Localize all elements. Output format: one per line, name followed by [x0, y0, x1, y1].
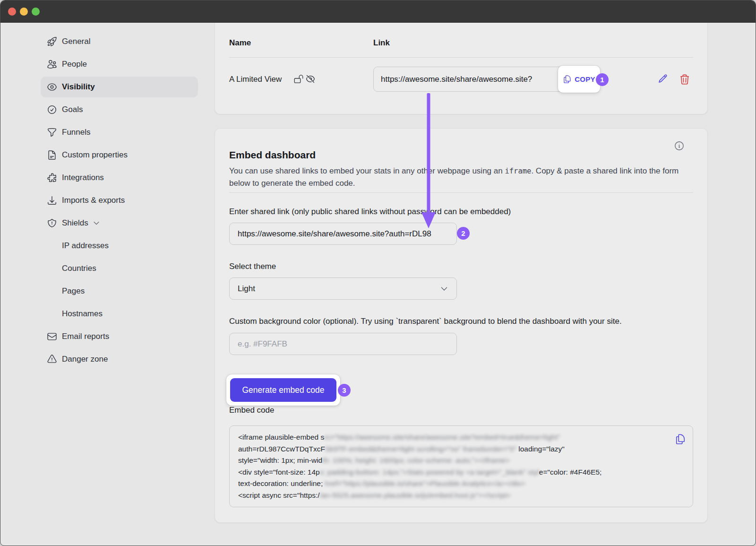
zoom-window-button[interactable]: [32, 8, 40, 16]
document-icon: [47, 150, 57, 160]
sidebar-item-email-reports[interactable]: Email reports: [41, 326, 198, 347]
step-badge-2: 2: [457, 227, 470, 240]
rocket-icon: [47, 36, 57, 47]
sidebar-item-ip-addresses[interactable]: IP addresses: [41, 235, 198, 256]
shared-link-input[interactable]: [229, 223, 457, 245]
sidebar-item-hostnames[interactable]: Hostnames: [41, 303, 198, 324]
close-window-button[interactable]: [8, 8, 16, 16]
embed-dashboard-card: Embed dashboard You can use shared links…: [215, 128, 708, 523]
sidebar-item-integrations[interactable]: Integrations: [41, 167, 198, 188]
theme-select-value: Light: [238, 284, 255, 294]
sidebar-item-funnels[interactable]: Funnels: [41, 122, 198, 143]
copy-link-button[interactable]: COPY: [560, 74, 598, 84]
column-header-name: Name: [229, 38, 251, 48]
sidebar-item-label: Countries: [62, 264, 96, 273]
background-color-input[interactable]: [229, 333, 457, 355]
eye-icon: [47, 82, 57, 92]
traffic-lights: [8, 8, 40, 16]
envelope-icon: [47, 331, 57, 342]
embed-card-divider: [229, 192, 693, 193]
embed-code-textarea[interactable]: <iframe plausible-embed src="https://awe…: [229, 425, 693, 507]
eye-slash-icon: [306, 74, 315, 84]
table-header-divider: [229, 57, 693, 58]
background-color-label: Custom background color (optional). Try …: [229, 317, 684, 326]
sidebar-item-label: Funnels: [62, 128, 90, 137]
lock-open-icon: [294, 74, 303, 84]
embed-code-line: <script async src="https://an-5525.aweso…: [238, 490, 684, 502]
embed-code-line: style="width: 1px; min-width: 100%; heig…: [238, 455, 684, 467]
edit-link-button[interactable]: [656, 74, 668, 85]
download-icon: [47, 195, 57, 206]
embed-code-line: text-decoration: underline; href="https:…: [238, 478, 684, 490]
copy-embed-code-button[interactable]: [675, 433, 686, 445]
embed-code-label: Embed code: [229, 406, 274, 415]
sidebar-item-imports-exports[interactable]: Imports & exports: [41, 190, 198, 211]
sidebar-item-label: Goals: [62, 105, 83, 114]
check-circle-icon: [47, 104, 57, 115]
sidebar-item-label: Imports & exports: [62, 196, 125, 205]
copy-icon: [675, 433, 686, 445]
chevron-down-icon: [93, 219, 100, 227]
copy-button-highlight: COPY: [558, 66, 600, 93]
shared-link-name: A Limited View: [229, 75, 282, 84]
step-badge-3: 3: [338, 384, 351, 397]
copy-icon: [563, 75, 572, 84]
sidebar-item-general[interactable]: General: [41, 31, 198, 52]
settings-sidebar: GeneralPeopleVisibilityGoalsFunnelsCusto…: [41, 31, 198, 372]
sidebar-item-goals[interactable]: Goals: [41, 99, 198, 120]
minimize-window-button[interactable]: [20, 8, 28, 16]
window-titlebar: [0, 0, 756, 23]
embed-code-line: auth=rDL987CcwTDqTxcFSk9TF-embed&theme=l…: [238, 443, 684, 455]
puzzle-icon: [47, 173, 57, 183]
pencil-icon: [656, 74, 668, 85]
sidebar-item-shields[interactable]: Shields: [41, 213, 198, 234]
users-icon: [47, 59, 57, 69]
sidebar-item-label: Hostnames: [62, 309, 103, 319]
sidebar-item-danger-zone[interactable]: Danger zone: [41, 349, 198, 370]
shared-links-card: Name Link A Limited View COPY 1: [215, 23, 708, 114]
theme-select-label: Select theme: [229, 262, 276, 271]
generate-embed-code-button[interactable]: Generate embed code: [230, 378, 336, 402]
embed-code-line: <iframe plausible-embed src="https://awe…: [238, 432, 684, 443]
sidebar-item-label: Shields: [62, 218, 88, 228]
sidebar-item-label: IP addresses: [62, 241, 109, 251]
chevron-down-icon: [440, 285, 448, 293]
shared-link-input-label: Enter shared link (only public shared li…: [229, 207, 511, 217]
sidebar-item-label: Pages: [62, 286, 85, 296]
sidebar-item-label: Visibility: [62, 82, 95, 92]
theme-select[interactable]: Light: [229, 277, 457, 300]
funnel-icon: [47, 127, 57, 138]
warning-icon: [47, 354, 57, 364]
embed-card-description: You can use shared links to embed your s…: [229, 165, 682, 190]
sidebar-item-label: People: [62, 60, 87, 69]
shield-icon: [47, 218, 57, 228]
step-badge-1: 1: [596, 73, 609, 86]
sidebar-item-pages[interactable]: Pages: [41, 281, 198, 302]
copy-button-label: COPY: [575, 75, 595, 83]
sidebar-item-label: Danger zone: [62, 355, 108, 364]
sidebar-item-label: Custom properties: [62, 150, 128, 160]
sidebar-item-label: Email reports: [62, 332, 109, 341]
trash-icon: [679, 74, 690, 85]
column-header-link: Link: [373, 38, 390, 48]
sidebar-item-countries[interactable]: Countries: [41, 258, 198, 279]
delete-link-button[interactable]: [679, 74, 690, 85]
shared-link-url-field[interactable]: [373, 67, 590, 92]
sidebar-item-visibility[interactable]: Visibility: [41, 77, 198, 97]
info-icon[interactable]: [674, 140, 685, 151]
embed-card-title: Embed dashboard: [229, 149, 316, 161]
sidebar-item-label: Integrations: [62, 173, 104, 182]
sidebar-item-custom-properties[interactable]: Custom properties: [41, 145, 198, 165]
sidebar-item-people[interactable]: People: [41, 54, 198, 75]
sidebar-item-label: General: [62, 37, 90, 46]
app-window: GeneralPeopleVisibilityGoalsFunnelsCusto…: [0, 0, 756, 546]
embed-code-line: <div style="font-size: 14px; padding-bot…: [238, 467, 684, 478]
